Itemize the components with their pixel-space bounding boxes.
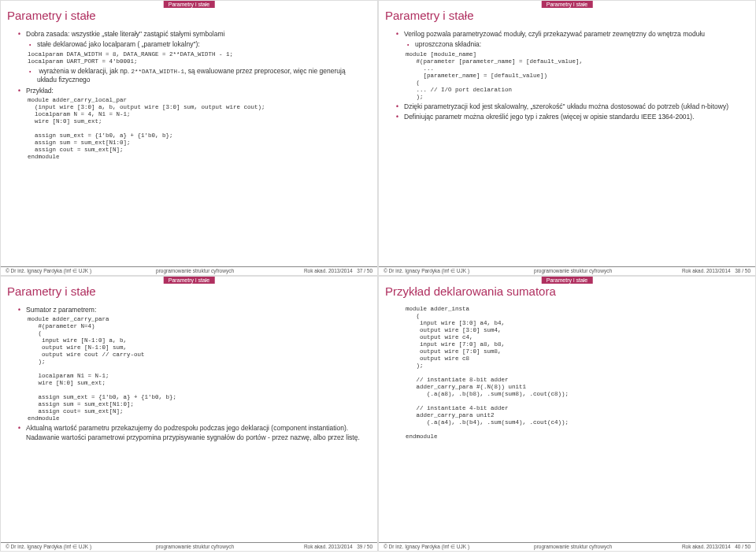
sub-bullet: wyrażenia w deklaracji, jak np. 2**DATA_… (29, 67, 365, 85)
footer-author: © Dr inż. Ignacy Pardyka (Inf ∈ UJK ) (384, 268, 513, 274)
bullet: Dobra zasada: wszystkie „stałe literały"… (18, 30, 365, 39)
footer-page: Rok akad. 2013/2014 37 / 50 (254, 268, 372, 274)
slide-footer: © Dr inż. Ignacy Pardyka (Inf ∈ UJK ) pr… (379, 266, 755, 275)
footer-mid: programowanie struktur cyfrowych (135, 544, 254, 550)
code-block: localparam DATA_WIDTH = 8, DATA_RANGE = … (28, 51, 365, 65)
slide-footer: © Dr inż. Ignacy Pardyka (Inf ∈ UJK ) pr… (1, 266, 377, 275)
code-block: module adder_carry_local_par (input wire… (28, 97, 365, 161)
slide-body: module adder_insta ( input wire [3:0] a4… (379, 306, 755, 441)
footer-page: Rok akad. 2013/2014 39 / 50 (254, 544, 372, 550)
sub-bullet: uproszczona składnia: (407, 40, 743, 49)
slide-body: Verilog pozwala parametryzować moduły, c… (379, 30, 755, 122)
slide-footer: © Dr inż. Ignacy Pardyka (Inf ∈ UJK ) pr… (1, 542, 377, 551)
section-tab: Parametry i stałe (542, 1, 593, 8)
bullet: Sumator z parametrem: (18, 306, 365, 314)
footer-mid: programowanie struktur cyfrowych (135, 268, 254, 274)
bullet: Aktualną wartość parametru przekazujemy … (18, 424, 365, 442)
slide-body: Dobra zasada: wszystkie „stałe literały"… (1, 30, 377, 161)
slide-39: Parametry i stałe Parametry i stałe Suma… (0, 276, 378, 552)
bullet: Definiując parametr można określić jego … (396, 113, 743, 121)
slide-footer: © Dr inż. Ignacy Pardyka (Inf ∈ UJK ) pr… (379, 542, 755, 551)
bullet: Dzięki parametryzacji kod jest skalowaln… (396, 102, 743, 111)
bullet: Przykład: (18, 87, 365, 95)
code-block: module adder_insta ( input wire [3:0] a4… (406, 306, 743, 441)
section-tab: Parametry i stałe (164, 1, 215, 8)
footer-page: Rok akad. 2013/2014 40 / 50 (632, 544, 750, 550)
sub-bullet: stałe deklarować jako localparam ( „para… (29, 40, 365, 49)
slide-title: Parametry i stałe (7, 284, 377, 298)
slide-40: Parametry i stałe Przykład deklarowania … (378, 276, 756, 552)
text: wyrażenia w deklaracji, jak np. (39, 67, 131, 75)
slides-grid: Parametry i stałe Parametry i stałe Dobr… (0, 0, 756, 552)
slide-body: Sumator z parametrem: module adder_carry… (1, 306, 377, 442)
footer-mid: programowanie struktur cyfrowych (513, 268, 632, 274)
footer-page: Rok akad. 2013/2014 38 / 50 (632, 268, 750, 274)
section-tab: Parametry i stałe (542, 277, 593, 284)
footer-mid: programowanie struktur cyfrowych (513, 544, 632, 550)
slide-37: Parametry i stałe Parametry i stałe Dobr… (0, 0, 378, 276)
slide-38: Parametry i stałe Parametry i stałe Veri… (378, 0, 756, 276)
slide-title: Przykład deklarowania sumatora (385, 284, 755, 298)
section-tab: Parametry i stałe (164, 277, 215, 284)
footer-author: © Dr inż. Ignacy Pardyka (Inf ∈ UJK ) (384, 544, 513, 550)
code-block: module [module_name] #(parameter [parame… (406, 51, 743, 101)
code-block: module adder_carry_para #(parameter N=4)… (28, 316, 365, 422)
footer-author: © Dr inż. Ignacy Pardyka (Inf ∈ UJK ) (6, 268, 135, 274)
footer-author: © Dr inż. Ignacy Pardyka (Inf ∈ UJK ) (6, 544, 135, 550)
bullet: Verilog pozwala parametryzować moduły, c… (396, 30, 743, 39)
inline-code: 2**DATA_WIDTH-1 (132, 69, 185, 75)
slide-title: Parametry i stałe (7, 9, 377, 22)
slide-title: Parametry i stałe (385, 9, 755, 22)
